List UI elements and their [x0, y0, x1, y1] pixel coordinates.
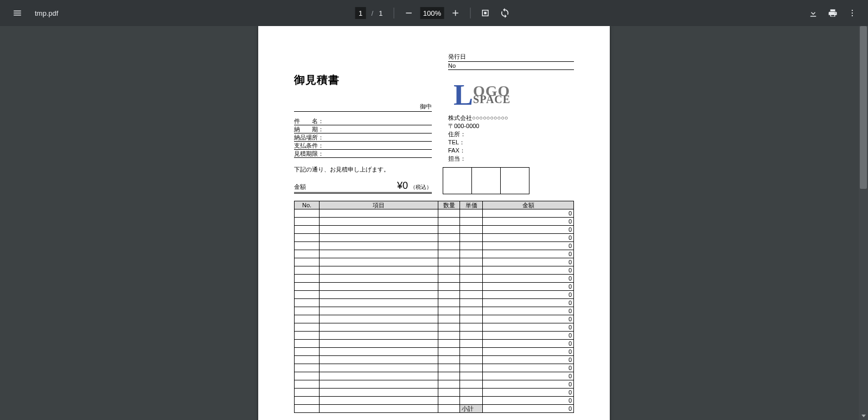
client-suffix: 御中: [420, 103, 432, 110]
cell-amount: 0: [483, 241, 574, 250]
table-row: 0: [295, 355, 574, 364]
table-row: 0: [295, 282, 574, 290]
th-qty: 数量: [438, 201, 460, 209]
cell-amount: 0: [483, 364, 574, 372]
toolbar-divider: [470, 8, 470, 18]
logo: LOGOSPACE: [454, 82, 574, 109]
company-postal: 〒000-0000: [448, 122, 574, 130]
amount-value: ¥0: [397, 180, 408, 192]
seal-box: [443, 168, 472, 194]
table-row: 0: [295, 380, 574, 388]
page-separator: /: [372, 9, 374, 17]
table-row: 0: [295, 274, 574, 282]
page-input[interactable]: [355, 7, 366, 19]
table-header-row: No. 項目 数量 単価 金額: [295, 201, 574, 209]
table-row: 0: [295, 364, 574, 372]
th-item: 項目: [320, 201, 438, 209]
client-name-line: 御中: [294, 103, 432, 112]
pdf-page: 御見積書 御中 件 名： 納 期： 納品場所： 支払条件： 見積期限： 下記の通…: [258, 26, 610, 420]
issue-date-row: 発行日: [448, 52, 574, 62]
zoom-out-button[interactable]: [400, 5, 417, 21]
quote-note: 下記の通り、お見積申し上げます。: [294, 166, 432, 174]
field-delivery: 納 期：: [294, 125, 432, 133]
amount-label: 金額: [294, 183, 306, 191]
cell-amount: 0: [483, 355, 574, 364]
cell-amount: 0: [483, 380, 574, 388]
seal-box: [501, 168, 529, 194]
th-amount: 金額: [483, 201, 574, 209]
pdf-toolbar: tmp.pdf / 1: [0, 0, 868, 26]
table-row: 0: [295, 298, 574, 307]
cell-amount: 0: [483, 217, 574, 225]
table-row: 0: [295, 258, 574, 266]
fit-page-button[interactable]: [477, 5, 493, 21]
toolbar-divider: [393, 8, 394, 18]
field-place: 納品場所：: [294, 133, 432, 142]
doc-title: 御見積書: [294, 73, 432, 87]
field-payment: 支払条件：: [294, 142, 432, 150]
table-row: 0: [295, 388, 574, 396]
company-info: 株式会社○○○○○○○○○○ 〒000-0000 住所： TEL： FAX： 担…: [448, 114, 574, 163]
cell-amount: 0: [483, 396, 574, 404]
vertical-scrollbar[interactable]: [859, 26, 868, 420]
table-row: 0: [295, 315, 574, 323]
print-button[interactable]: [825, 5, 841, 21]
cell-amount: 0: [483, 307, 574, 315]
cell-amount: 0: [483, 282, 574, 290]
subtotal-value: 0: [483, 404, 574, 412]
table-row: 0: [295, 396, 574, 404]
download-button[interactable]: [805, 5, 821, 21]
more-button[interactable]: [844, 5, 860, 21]
scrollbar-thumb[interactable]: [860, 26, 867, 189]
cell-amount: 0: [483, 274, 574, 282]
table-row: 0: [295, 323, 574, 331]
th-no: No.: [295, 201, 320, 209]
cell-amount: 0: [483, 315, 574, 323]
menu-button[interactable]: [11, 7, 24, 20]
cell-amount: 0: [483, 266, 574, 274]
cell-amount: 0: [483, 298, 574, 307]
amount-block: 金額 ¥0 （税込）: [294, 180, 432, 194]
table-row: 0: [295, 225, 574, 233]
items-table: No. 項目 数量 単価 金額 000000000000000000000000…: [294, 201, 574, 413]
table-row: 0: [295, 339, 574, 347]
th-price: 単価: [460, 201, 483, 209]
zoom-in-button[interactable]: [447, 5, 463, 21]
cell-amount: 0: [483, 209, 574, 217]
cell-amount: 0: [483, 388, 574, 396]
table-row: 0: [295, 307, 574, 315]
table-row: 0: [295, 372, 574, 380]
company-fax: FAX：: [448, 147, 574, 155]
table-row: 0: [295, 347, 574, 355]
scroll-down-arrow[interactable]: [859, 411, 868, 420]
subtotal-row: 小計 0: [295, 404, 574, 412]
zoom-input[interactable]: [420, 7, 444, 19]
field-subject: 件 名：: [294, 117, 432, 125]
cell-amount: 0: [483, 258, 574, 266]
doc-no-row: No: [448, 62, 574, 70]
cell-amount: 0: [483, 225, 574, 233]
table-row: 0: [295, 209, 574, 217]
table-row: 0: [295, 266, 574, 274]
cell-amount: 0: [483, 233, 574, 241]
cell-amount: 0: [483, 339, 574, 347]
seal-box: [472, 168, 501, 194]
table-row: 0: [295, 250, 574, 258]
page-total: 1: [379, 9, 382, 17]
company-address: 住所：: [448, 130, 574, 138]
cell-amount: 0: [483, 331, 574, 339]
filename: tmp.pdf: [35, 9, 58, 17]
seal-boxes: [443, 167, 529, 194]
table-row: 0: [295, 331, 574, 339]
cell-amount: 0: [483, 290, 574, 298]
amount-tax: （税込）: [410, 183, 432, 191]
field-expiry: 見積期限：: [294, 150, 432, 158]
table-row: 0: [295, 241, 574, 250]
cell-amount: 0: [483, 250, 574, 258]
company-name: 株式会社○○○○○○○○○○: [448, 114, 574, 122]
pdf-viewport[interactable]: 御見積書 御中 件 名： 納 期： 納品場所： 支払条件： 見積期限： 下記の通…: [0, 26, 868, 420]
table-row: 0: [295, 290, 574, 298]
table-row: 0: [295, 217, 574, 225]
rotate-button[interactable]: [496, 5, 513, 21]
company-tel: TEL：: [448, 138, 574, 147]
